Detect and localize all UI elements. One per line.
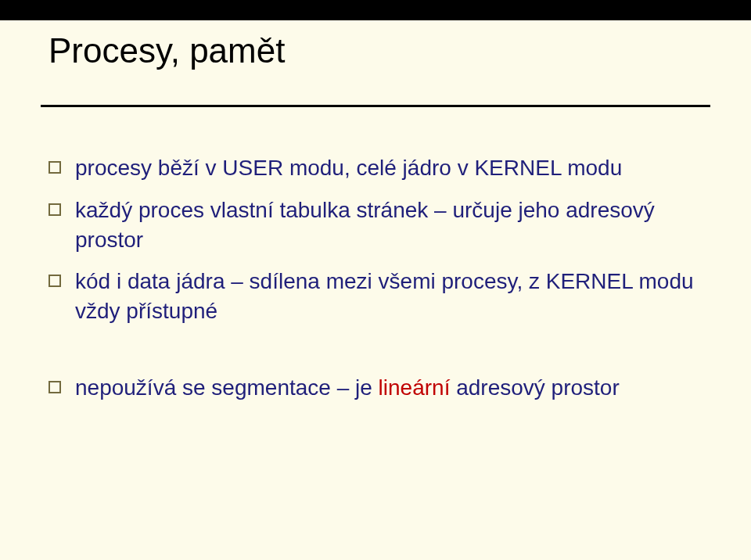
bullet-text-highlight: lineární	[379, 375, 451, 400]
bullet-item: kód i data jádra – sdílena mezi všemi pr…	[49, 267, 702, 326]
bullet-square-icon	[49, 203, 61, 216]
bullet-text: nepoužívá se segmentace – je lineární ad…	[75, 373, 620, 403]
bullet-text: kód i data jádra – sdílena mezi všemi pr…	[75, 267, 702, 326]
bullet-text: každý proces vlastní tabulka stránek – u…	[75, 196, 702, 255]
bullet-text-prefix: nepoužívá se segmentace – je	[75, 375, 379, 400]
bullet-item: procesy běží v USER modu, celé jádro v K…	[49, 153, 702, 183]
bullet-text: procesy běží v USER modu, celé jádro v K…	[75, 153, 622, 183]
bullet-text-suffix: adresový prostor	[450, 375, 619, 400]
slide-content: procesy běží v USER modu, celé jádro v K…	[49, 153, 702, 415]
bullet-square-icon	[49, 381, 61, 393]
slide-title: Procesy, pamět	[49, 31, 285, 70]
bullet-square-icon	[49, 275, 61, 287]
bullet-item: každý proces vlastní tabulka stránek – u…	[49, 196, 702, 255]
slide: Procesy, pamět procesy běží v USER modu,…	[0, 0, 751, 560]
bullet-square-icon	[49, 161, 61, 174]
title-rule	[41, 105, 710, 107]
bullet-item: nepoužívá se segmentace – je lineární ad…	[49, 373, 702, 403]
